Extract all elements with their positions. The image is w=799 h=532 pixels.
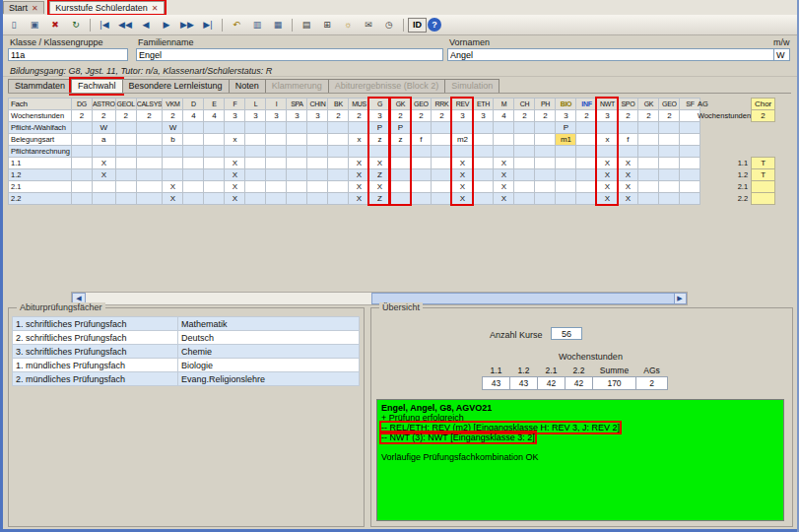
grid-cell[interactable]: X <box>369 181 390 193</box>
grid-cell[interactable] <box>72 181 93 193</box>
grid-cell[interactable] <box>494 134 514 146</box>
grid-cell[interactable]: X <box>369 158 390 169</box>
save-icon[interactable]: ▣ <box>25 17 44 33</box>
grid-cell[interactable]: x <box>225 134 245 146</box>
grid-cell[interactable]: X <box>225 193 245 205</box>
grid-cell[interactable] <box>514 122 535 134</box>
grid-cell[interactable]: X <box>452 158 473 169</box>
grid-cell[interactable] <box>659 158 680 169</box>
grid-cell[interactable] <box>556 169 576 181</box>
calculator-icon[interactable]: ⊞ <box>317 17 337 33</box>
grid-cell[interactable] <box>432 181 452 193</box>
grid-cell[interactable]: 3 <box>369 110 390 122</box>
grid-cell[interactable] <box>638 158 659 169</box>
grid-cell[interactable]: X <box>93 158 116 169</box>
grid-cell[interactable] <box>225 146 245 158</box>
copy-icon[interactable]: ▥ <box>247 17 267 33</box>
grid-cell[interactable] <box>576 181 597 193</box>
close-icon[interactable]: ✕ <box>152 4 159 13</box>
grid-cell[interactable]: 2 <box>93 110 116 122</box>
grid-cell[interactable]: X <box>349 169 369 181</box>
ag-cell[interactable]: 2 <box>752 110 775 122</box>
grid-cell[interactable] <box>432 193 452 205</box>
grid-cell[interactable] <box>514 181 535 193</box>
grid-cell[interactable] <box>266 169 287 181</box>
grid-cell[interactable]: X <box>597 181 618 193</box>
grid-cell[interactable]: 2 <box>659 110 680 122</box>
grid-cell[interactable] <box>556 146 576 158</box>
grid-cell[interactable] <box>183 122 204 134</box>
grid-cell[interactable]: X <box>349 193 369 205</box>
grid-cell[interactable]: z <box>390 134 411 146</box>
grid-cell[interactable] <box>369 146 390 158</box>
grid-cell[interactable] <box>411 146 432 158</box>
grid-cell[interactable] <box>266 146 287 158</box>
grid-cell[interactable]: X <box>349 158 369 169</box>
abitur-fach-value[interactable]: Chemie <box>178 345 360 359</box>
grid-cell[interactable] <box>514 146 535 158</box>
grid-cell[interactable] <box>204 134 225 146</box>
grid-cell[interactable] <box>576 134 597 146</box>
grid-cell[interactable]: 3 <box>307 110 328 122</box>
grid-cell[interactable] <box>535 122 556 134</box>
grid-cell[interactable] <box>72 134 93 146</box>
last-record-icon[interactable]: ▶| <box>198 17 218 33</box>
ag-cell[interactable] <box>752 193 775 205</box>
hint-icon[interactable]: ☼ <box>338 17 358 33</box>
abitur-row[interactable]: 2. mündliches PrüfungsfachEvang.Religion… <box>13 372 360 386</box>
grid-cell[interactable]: 3 <box>473 110 494 122</box>
grid-cell[interactable]: 2 <box>576 110 597 122</box>
grid-cell[interactable]: 3 <box>597 110 618 122</box>
grid-cell[interactable]: X <box>618 169 638 181</box>
grid-cell[interactable] <box>473 169 494 181</box>
grid-cell[interactable] <box>411 181 432 193</box>
grid-cell[interactable] <box>432 134 452 146</box>
grid-cell[interactable]: 4 <box>204 110 225 122</box>
grid-cell[interactable]: X <box>163 181 183 193</box>
grid-cell[interactable] <box>535 146 556 158</box>
grid-cell[interactable] <box>535 181 556 193</box>
grid-cell[interactable] <box>597 146 618 158</box>
grid-cell[interactable] <box>307 146 328 158</box>
close-icon[interactable]: ✕ <box>32 4 38 13</box>
grid-cell[interactable]: 4 <box>183 110 204 122</box>
grid-cell[interactable] <box>136 193 163 205</box>
grid-cell[interactable] <box>93 181 116 193</box>
grid-cell[interactable]: 2 <box>390 110 411 122</box>
grid-cell[interactable] <box>514 158 535 169</box>
grid-cell[interactable] <box>115 193 136 205</box>
grid-cell[interactable] <box>659 146 680 158</box>
grid-cell[interactable]: 2 <box>514 110 535 122</box>
grid-cell[interactable]: z <box>369 134 390 146</box>
grid-cell[interactable] <box>514 193 535 205</box>
abitur-row[interactable]: 2. schriftliches PrüfungsfachDeutsch <box>13 331 360 345</box>
ag-cell[interactable]: T <box>752 169 775 181</box>
grid-cell[interactable] <box>136 169 163 181</box>
grid-cell[interactable]: 2 <box>72 110 93 122</box>
grid-cell[interactable] <box>307 169 328 181</box>
grid-cell[interactable] <box>638 169 659 181</box>
abitur-fach-value[interactable]: Evang.Religionslehre <box>178 372 360 386</box>
grid-cell[interactable]: X <box>597 158 618 169</box>
grid-cell[interactable]: W <box>93 122 116 134</box>
grid-cell[interactable] <box>556 181 576 193</box>
grid-cell[interactable] <box>204 146 225 158</box>
grid-cell[interactable]: 4 <box>494 110 514 122</box>
grid-cell[interactable] <box>411 122 432 134</box>
abitur-fach-value[interactable]: Mathematik <box>178 317 360 331</box>
grid-cell[interactable] <box>432 146 452 158</box>
grid-cell[interactable] <box>411 158 432 169</box>
grid-cell[interactable]: X <box>163 193 183 205</box>
grid-cell[interactable] <box>328 134 349 146</box>
grid-cell[interactable] <box>287 122 307 134</box>
grid-cell[interactable] <box>576 169 597 181</box>
grid-cell[interactable] <box>287 193 307 205</box>
grid-cell[interactable] <box>266 181 287 193</box>
grid-cell[interactable]: X <box>93 169 116 181</box>
grid-cell[interactable] <box>136 122 163 134</box>
grid-cell[interactable] <box>245 134 266 146</box>
grid-cell[interactable] <box>659 122 680 134</box>
grid-cell[interactable]: P <box>556 122 576 134</box>
grid-cell[interactable] <box>163 146 183 158</box>
grid-cell[interactable] <box>163 158 183 169</box>
